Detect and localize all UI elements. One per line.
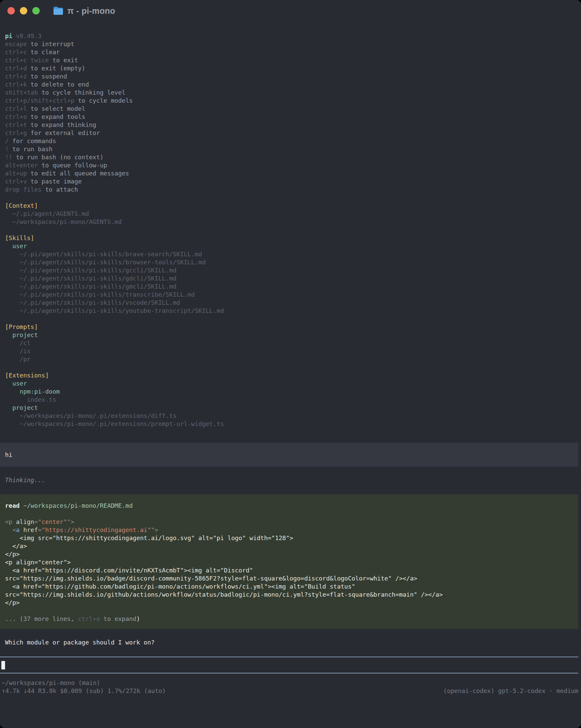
terminal-line: ~/.pi/agent/AGENTS.md xyxy=(0,210,581,218)
terminal-line: project xyxy=(0,331,581,339)
terminal-line: ~/workspaces/pi-mono/.pi/extensions/diff… xyxy=(0,412,581,420)
status-bar: ~/workspaces/pi-mono (main) ↑4.7k ↓44 R3… xyxy=(0,679,581,695)
terminal-line: / for commands xyxy=(0,137,581,145)
terminal-line: <p align="center""> xyxy=(0,518,578,526)
traffic-lights xyxy=(7,7,40,15)
terminal-line: ... (37 more lines, ctrl+o to expand) xyxy=(0,615,578,623)
terminal-line: project xyxy=(0,404,581,412)
terminal-line: </a> xyxy=(0,542,578,550)
terminal-line: ctrl+z to suspend xyxy=(0,72,581,80)
terminal-line: ctrl+o to expand tools xyxy=(0,113,581,121)
terminal-line: ~/.pi/agent/skills/pi-skills/gdcli/SKILL… xyxy=(0,275,581,283)
cwd-branch: ~/workspaces/pi-mono (main) xyxy=(2,679,100,687)
minimize-button[interactable] xyxy=(20,7,27,15)
terminal-line xyxy=(0,510,578,518)
folder-icon xyxy=(53,6,63,15)
terminal-line xyxy=(0,315,581,323)
terminal-line: !! to run bash (no context) xyxy=(0,153,581,161)
terminal-line: <a href="https://shittycodingagent.ai""> xyxy=(0,526,578,534)
terminal-line: ctrl+t to expand thinking xyxy=(0,121,581,129)
titlebar[interactable]: π - pi-mono xyxy=(0,0,581,22)
terminal-line: ctrl+g for external editor xyxy=(0,129,581,137)
terminal-line: </p> xyxy=(0,550,578,558)
terminal-line: drop files to attach xyxy=(0,185,581,193)
terminal-line: ctrl+c twice to exit xyxy=(0,56,581,64)
terminal-line: [Context] xyxy=(0,202,581,210)
terminal-line: <img src="https://shittycodingagent.ai/l… xyxy=(0,534,578,542)
terminal-line: ! to run bash xyxy=(0,145,581,153)
terminal-line: ~/.pi/agent/skills/pi-skills/gccli/SKILL… xyxy=(0,266,581,275)
terminal-line: pi v0.49.3 xyxy=(0,32,581,40)
terminal-line: npm:pi-doom xyxy=(0,388,581,396)
user-message: hi xyxy=(0,443,578,467)
terminal-line: <a href="https://discord.com/invite/nKXT… xyxy=(0,566,578,574)
boot-output: pi v0.49.3escape to interruptctrl+c to c… xyxy=(0,32,581,428)
terminal-line: src="https://img.shields.io/badge/discor… xyxy=(0,574,578,582)
terminal-line: escape to interrupt xyxy=(0,40,581,48)
terminal-line: index.ts xyxy=(0,396,581,404)
terminal-line: ctrl+l to select model xyxy=(0,105,581,113)
window-title: π - pi-mono xyxy=(67,7,115,15)
terminal-line: ~/workspaces/pi-mono/.pi/extensions/prom… xyxy=(0,420,581,428)
terminal-line xyxy=(0,193,581,202)
terminal-line: ctrl+c to clear xyxy=(0,48,581,56)
terminal-line: [Prompts] xyxy=(0,323,581,331)
terminal-line: ctrl+v to paste image xyxy=(0,178,581,185)
close-button[interactable] xyxy=(7,7,15,15)
terminal-line: ctrl+d to exit (empty) xyxy=(0,64,581,72)
terminal-line xyxy=(0,607,578,615)
terminal-line: user xyxy=(0,242,581,250)
prompt-input[interactable] xyxy=(0,657,578,673)
terminal-content: pi v0.49.3escape to interruptctrl+c to c… xyxy=(0,32,581,695)
terminal-line: ~/.pi/agent/skills/pi-skills/youtube-tra… xyxy=(0,307,581,315)
terminal-line: alt+up to edit all queued messages xyxy=(0,170,581,178)
terminal-line: src="https://img.shields.io/github/actio… xyxy=(0,591,578,599)
terminal-line xyxy=(0,226,581,234)
terminal-window: π - pi-mono pi v0.49.3escape to interrup… xyxy=(0,0,581,728)
terminal-line: ~/.pi/agent/skills/pi-skills/transcribe/… xyxy=(0,291,581,299)
terminal-line: <p align="center"> xyxy=(0,558,578,566)
tool-read-block: read ~/workspaces/pi-mono/README.md <p a… xyxy=(0,494,578,629)
terminal-line: [Extensions] xyxy=(0,371,581,380)
terminal-line: /is xyxy=(0,347,581,355)
model-indicator: (openai-codex) gpt-5.2-codex · medium xyxy=(443,687,578,695)
terminal-line: ~/.pi/agent/skills/pi-skills/brave-searc… xyxy=(0,250,581,258)
assistant-message: Which module or package should I work on… xyxy=(0,639,581,647)
terminal-line: ~/.pi/agent/skills/pi-skills/browser-too… xyxy=(0,258,581,266)
terminal-line: alt+enter to queue follow-up xyxy=(0,161,581,170)
terminal-line: [Skills] xyxy=(0,234,581,242)
thinking-indicator: Thinking... xyxy=(0,476,581,484)
terminal-line: shift+tab to cycle thinking level xyxy=(0,88,581,97)
text-cursor xyxy=(1,661,5,669)
terminal-line: ctrl+p/shift+ctrl+p to cycle models xyxy=(0,97,581,105)
token-stats: ↑4.7k ↓44 R3.8k $0.009 (sub) 1.7%/272k (… xyxy=(2,687,166,695)
terminal-line: /pr xyxy=(0,355,581,363)
terminal-line: ~/.pi/agent/skills/pi-skills/gmcli/SKILL… xyxy=(0,283,581,291)
terminal-line: ctrl+k to delete to end xyxy=(0,80,581,88)
terminal-line: ~/workspaces/pi-mono/AGENTS.md xyxy=(0,218,581,226)
terminal-line: </p> xyxy=(0,599,578,607)
terminal-line xyxy=(0,363,581,371)
terminal-line: <a href="https://github.com/badlogic/pi-… xyxy=(0,582,578,591)
terminal-line: ~/.pi/agent/skills/pi-skills/vscode/SKIL… xyxy=(0,299,581,307)
terminal-line: read ~/workspaces/pi-mono/README.md xyxy=(0,502,578,510)
terminal-line: user xyxy=(0,380,581,388)
zoom-button[interactable] xyxy=(32,7,40,15)
terminal-line: /cl xyxy=(0,339,581,347)
